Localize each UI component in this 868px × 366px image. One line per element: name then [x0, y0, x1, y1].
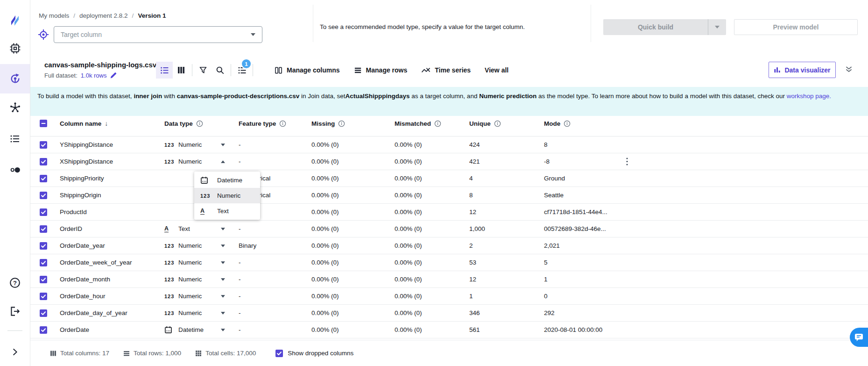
- feature-type-cell: -: [239, 326, 311, 333]
- row-checkbox-cell: [40, 192, 60, 199]
- show-dropped-checkbox[interactable]: [275, 350, 283, 357]
- rows-count-link[interactable]: 1.0k rows: [81, 72, 107, 79]
- select-all-checkbox[interactable]: [40, 120, 47, 127]
- row-checkbox-cell: [40, 208, 60, 216]
- row-checkbox[interactable]: [40, 242, 47, 250]
- quick-build-button[interactable]: Quick build: [603, 19, 726, 35]
- column-header[interactable]: Column name↓: [60, 120, 164, 127]
- logout-icon[interactable]: [0, 305, 30, 317]
- column-header[interactable]: Mode: [544, 120, 622, 127]
- table-row: OrderDate_week_of_year 123 Numeric - 0.0…: [30, 254, 868, 271]
- chat-widget-button[interactable]: [850, 328, 868, 347]
- row-checkbox[interactable]: [40, 276, 47, 283]
- column-header-label: Data type: [164, 120, 193, 127]
- breadcrumb-item[interactable]: My models: [39, 12, 69, 19]
- search-button[interactable]: [212, 62, 228, 79]
- view-all-button[interactable]: View all: [485, 66, 508, 74]
- datatype-dropdown[interactable]: A Text: [164, 225, 239, 232]
- datatype-123-icon: 123: [164, 294, 178, 299]
- column-header[interactable]: Feature type: [239, 120, 311, 127]
- info-icon[interactable]: [338, 120, 345, 127]
- column-header[interactable]: Mismatched: [395, 120, 469, 127]
- compute-chip-icon[interactable]: [0, 43, 30, 54]
- datatype-dropdown[interactable]: 123 Numeric: [164, 309, 239, 316]
- info-icon[interactable]: [564, 120, 571, 127]
- row-checkbox[interactable]: [40, 326, 47, 334]
- breadcrumb-item[interactable]: deployment 2.8.2: [79, 12, 128, 19]
- data-visualizer-button[interactable]: Data visualizer: [769, 62, 836, 78]
- list-view-button[interactable]: [156, 62, 173, 79]
- preview-model-button[interactable]: Preview model: [734, 19, 858, 35]
- column-header[interactable]: Data type: [164, 120, 239, 127]
- mismatched-cell: 0.00% (0): [395, 208, 469, 215]
- caret-up-icon: [220, 160, 226, 164]
- datatype-dropdown[interactable]: 123 Numeric: [164, 141, 239, 148]
- workshop-page-link[interactable]: workshop page.: [787, 93, 831, 100]
- quick-build-dropdown[interactable]: [708, 19, 726, 35]
- time-series-button[interactable]: Time series: [421, 66, 471, 74]
- row-checkbox[interactable]: [40, 259, 47, 266]
- manage-columns-label: Manage columns: [287, 66, 340, 74]
- info-icon[interactable]: [196, 120, 203, 127]
- menu-item-numeric[interactable]: 123 Numeric: [194, 188, 260, 203]
- row-checkbox[interactable]: [40, 225, 47, 233]
- datatype-calendar-icon: [164, 326, 178, 334]
- row-actions-kebab[interactable]: [622, 157, 632, 167]
- info-icon[interactable]: [434, 120, 441, 127]
- sidebar-expand-icon[interactable]: [0, 347, 30, 357]
- datatype-123-icon: 123: [164, 260, 178, 266]
- missing-cell: 0.00% (0): [311, 276, 395, 283]
- mismatched-cell: 0.00% (0): [395, 259, 469, 266]
- sidebar-item-list[interactable]: [0, 133, 30, 144]
- menu-item-datetime[interactable]: Datetime: [194, 172, 260, 188]
- banner-segment: inner join: [134, 93, 162, 100]
- missing-cell: 0.00% (0): [311, 259, 395, 266]
- datatype-dropdown[interactable]: 123 Numeric: [164, 293, 239, 300]
- edit-pencil-icon[interactable]: [110, 72, 117, 79]
- datatype-dropdown[interactable]: 123 Numeric: [164, 242, 239, 249]
- datatype-dropdown[interactable]: 123 Numeric: [164, 259, 239, 266]
- show-dropped-columns: Show dropped columns: [275, 350, 353, 357]
- column-header[interactable]: Missing: [311, 120, 395, 127]
- row-checkbox-cell: [40, 242, 60, 250]
- canvas-logo-icon[interactable]: [0, 13, 30, 26]
- help-icon[interactable]: ?: [0, 277, 30, 289]
- datatype-label: Datetime: [178, 326, 204, 333]
- datatype-dropdown[interactable]: Datetime: [164, 326, 239, 334]
- missing-cell: 0.00% (0): [311, 326, 395, 333]
- target-column-select[interactable]: Target column: [54, 26, 262, 43]
- row-checkbox[interactable]: [40, 158, 47, 165]
- info-icon[interactable]: [279, 120, 286, 127]
- row-checkbox[interactable]: [40, 208, 47, 216]
- row-checkbox[interactable]: [40, 175, 47, 182]
- datatype-dropdown[interactable]: 123 Numeric: [164, 276, 239, 283]
- info-icon[interactable]: [494, 120, 501, 127]
- grid-view-button[interactable]: [173, 62, 190, 79]
- mismatched-cell: 0.00% (0): [395, 141, 469, 148]
- column-header-label: Feature type: [239, 120, 276, 127]
- feature-type-cell: -: [239, 309, 311, 316]
- sort-descending-icon[interactable]: ↓: [105, 120, 108, 127]
- view-icon-strip: 1: [156, 61, 255, 79]
- row-checkbox[interactable]: [40, 192, 47, 199]
- sidebar-item-datasets[interactable]: [0, 164, 30, 176]
- sidebar-item-hub[interactable]: [0, 102, 30, 114]
- filter-button[interactable]: [195, 62, 212, 79]
- sidebar-item-models[interactable]: [0, 72, 30, 85]
- column-header[interactable]: Unique: [469, 120, 544, 127]
- menu-item-text[interactable]: A Text: [194, 203, 260, 219]
- footer-stat: Total columns: 17: [50, 350, 109, 357]
- mismatched-cell: 0.00% (0): [395, 326, 469, 333]
- sort-steps-button[interactable]: 1: [233, 62, 250, 79]
- row-checkbox[interactable]: [40, 293, 47, 300]
- datatype-text-icon: A: [164, 226, 178, 232]
- double-chevron-down-icon[interactable]: [844, 65, 854, 76]
- breadcrumb-separator: /: [73, 12, 75, 19]
- manage-rows-button[interactable]: Manage rows: [354, 66, 408, 74]
- row-checkbox[interactable]: [40, 309, 47, 317]
- datatype-dropdown[interactable]: 123 Numeric: [164, 158, 239, 165]
- mismatched-cell: 0.00% (0): [395, 276, 469, 283]
- row-checkbox[interactable]: [40, 141, 47, 149]
- manage-columns-button[interactable]: Manage columns: [275, 66, 340, 74]
- caret-down-icon: [220, 261, 226, 265]
